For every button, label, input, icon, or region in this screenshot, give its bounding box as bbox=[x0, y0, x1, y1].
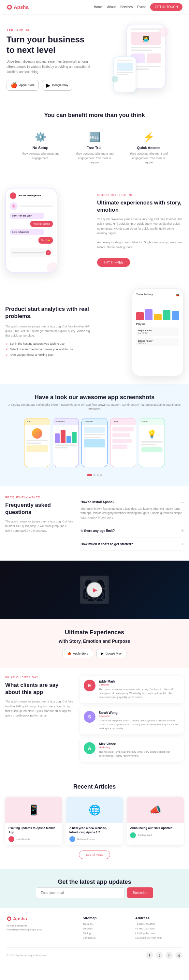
nav-cta-button[interactable]: GET IN TOUCH bbox=[150, 3, 183, 11]
dot-3[interactable] bbox=[100, 474, 102, 476]
article-avatar-1 bbox=[70, 836, 75, 842]
testimonial-role-1: Developer bbox=[99, 714, 180, 718]
screenshots-title: Have a look our awesome app screenshots bbox=[5, 394, 184, 401]
testimonial-role-0: Designer bbox=[99, 683, 180, 686]
svg-point-1 bbox=[8, 6, 11, 8]
footer-address-line: 123 Main St, New York bbox=[135, 936, 183, 939]
article-card-1[interactable]: 🌐 A new year, a new website, Introducing… bbox=[66, 797, 123, 845]
play-button[interactable]: ▶ bbox=[86, 582, 103, 598]
footer-top: Apsha All rights reservedFootershipment … bbox=[6, 916, 183, 941]
testimonials-inner: WHAT CLIENTS SAY What clients are say ab… bbox=[5, 676, 184, 766]
try-free-button[interactable]: TRY IT FREE bbox=[97, 258, 130, 267]
social-phone-mockup: Social Intelligence 🌸 Hey! How are you? … bbox=[5, 188, 57, 273]
footer-phone-1: +1-900-123-4567 bbox=[135, 927, 183, 930]
mock-line-4 bbox=[84, 434, 105, 435]
social-section: Social Intelligence 🌸 Hey! How are you? … bbox=[0, 180, 189, 280]
screenshot-header-0: Stats bbox=[24, 418, 50, 425]
video-section: 👨‍👩‍👧‍👦 ▶ bbox=[0, 561, 189, 619]
nav-about[interactable]: About bbox=[107, 5, 116, 9]
newsletter-form: Subscribe bbox=[36, 888, 153, 898]
nav-event[interactable]: Event bbox=[137, 5, 146, 9]
footer-link-pricing[interactable]: Pricing bbox=[83, 932, 130, 935]
task-item-2 bbox=[113, 439, 132, 443]
benefit-card-title-2: Quick Access bbox=[127, 146, 170, 150]
testimonial-body-0: Eddy Mark Designer The quick brown fox j… bbox=[99, 679, 180, 699]
apple-store-button[interactable]: 🍎 Apple Store bbox=[6, 80, 39, 91]
hero-phone-mockup-small bbox=[113, 56, 136, 92]
screenshot-content-1 bbox=[53, 425, 79, 467]
exp-apple-button[interactable]: 🍎 Apple Store bbox=[63, 649, 93, 658]
benefit-card-desc-2: They generate alignment and engagement. … bbox=[127, 152, 170, 165]
article-card-2[interactable]: 📣 Announcing our 2020 Updates Gustavo Wo… bbox=[127, 797, 184, 845]
experience-buttons: 🍎 Apple Store ▶ Google Play bbox=[6, 649, 183, 658]
newsletter-subscribe-button[interactable]: Subscribe bbox=[127, 888, 153, 898]
deco-circle-teal bbox=[112, 76, 118, 83]
linkedin-icon[interactable]: in bbox=[165, 951, 173, 959]
task-list-mock bbox=[113, 427, 134, 449]
faq-question-1[interactable]: Is there any age limit? + bbox=[81, 528, 184, 533]
dot-1[interactable] bbox=[94, 474, 95, 476]
newsletter-input[interactable] bbox=[36, 888, 124, 898]
faq-item-0: How to install Apsha? − The quick brown … bbox=[81, 496, 184, 524]
article-author-name-0: Juliet Daniels bbox=[16, 838, 30, 840]
social-desc: The quick brown fox jumps over a lazy do… bbox=[97, 217, 184, 236]
apple-icon: 🍎 bbox=[11, 82, 17, 88]
mock-line-6 bbox=[141, 441, 163, 442]
benefit-card-1: 🆓 Free Trial They generate alignment and… bbox=[70, 127, 119, 170]
chat-bubble-0: Hey! How are you? bbox=[10, 213, 44, 219]
benefit-card-title-0: No Setup bbox=[19, 146, 62, 150]
experience-title: Ultimate Experiences bbox=[6, 629, 183, 636]
exp-google-button[interactable]: ▶ Google Play bbox=[97, 649, 126, 658]
hero-tag: APP LANDING bbox=[6, 29, 93, 32]
faq-question-0[interactable]: How to install Apsha? − bbox=[81, 500, 184, 505]
instagram-icon[interactable]: ig bbox=[175, 951, 183, 959]
footer-email: info@apsha.com bbox=[135, 932, 183, 935]
hero-title: Turn your business to next level bbox=[6, 35, 93, 55]
twitter-icon[interactable]: t bbox=[156, 951, 163, 959]
mock-line-2 bbox=[55, 444, 76, 446]
screenshot-phone-0: Stats bbox=[24, 418, 50, 467]
article-author-2: Gustavo Work bbox=[130, 832, 181, 838]
faq-section: FREQUENTLY ASKED Frequently asked questi… bbox=[0, 486, 189, 561]
footer-link-contact[interactable]: Contact Us bbox=[83, 936, 130, 939]
bar-1 bbox=[145, 309, 152, 320]
mock-line-7 bbox=[141, 444, 156, 445]
footer-link-about[interactable]: About Us bbox=[83, 923, 130, 926]
faq-question-2[interactable]: How much it costs to get started? + bbox=[81, 541, 184, 547]
analytics-phone-header: Team Activity 🇩🇪 bbox=[136, 293, 179, 298]
nav-home[interactable]: Home bbox=[94, 5, 103, 9]
nav-links: Home About Services Event GET IN TOUCH bbox=[94, 3, 183, 11]
dot-0[interactable] bbox=[87, 474, 92, 476]
article-author-name-2: Gustavo Work bbox=[138, 834, 152, 836]
google-label: Google Play bbox=[52, 83, 68, 87]
article-img-2: 📣 bbox=[127, 797, 184, 823]
screenshot-label-2: Daily Bar bbox=[84, 420, 93, 423]
article-title-2: Announcing our 2020 Updates bbox=[130, 826, 181, 830]
nav-services[interactable]: Services bbox=[120, 5, 133, 9]
testimonial-name-1: Sarah Wong bbox=[99, 711, 180, 714]
experience-subtitle: with Story, Emotion and Purpose bbox=[6, 638, 183, 644]
dot-2[interactable] bbox=[97, 474, 99, 476]
deco-circle-pink bbox=[159, 27, 169, 37]
footer-address-list: +1-800-123-4567 +1-900-123-4567 info@aps… bbox=[135, 923, 183, 939]
screenshot-content-3 bbox=[110, 425, 136, 467]
screenshot-phone-2: Daily Bar bbox=[81, 418, 108, 467]
footer-link-services[interactable]: Services bbox=[83, 927, 130, 930]
article-card-0[interactable]: 📱 Exciting updates to Apsha Mobile App J… bbox=[5, 797, 62, 845]
exp-apple-label: Apple Store bbox=[73, 652, 88, 655]
see-all-button[interactable]: See All Posts bbox=[79, 851, 110, 859]
article-author-name-1: Matthew Stevens bbox=[77, 838, 95, 840]
mock-block-2 bbox=[84, 439, 105, 447]
screenshots-desc: A display continuous multimedia system n… bbox=[5, 403, 184, 412]
bar-2 bbox=[154, 314, 161, 320]
task-item-0 bbox=[113, 427, 134, 431]
mini-bar-3 bbox=[72, 432, 76, 443]
logo[interactable]: Apsha bbox=[6, 4, 29, 10]
screenshots-row: Stats Overview Daily Bar bbox=[5, 418, 184, 470]
google-play-button[interactable]: ▶ Google Play bbox=[42, 80, 72, 91]
analytics-title: Product start analytics with real proble… bbox=[5, 305, 92, 320]
facebook-icon[interactable]: f bbox=[146, 951, 153, 959]
testimonial-avatar-1: S bbox=[84, 711, 95, 723]
screenshot-content-4: 💡 bbox=[139, 425, 165, 467]
article-body-2: Announcing our 2020 Updates Gustavo Work bbox=[127, 823, 184, 842]
